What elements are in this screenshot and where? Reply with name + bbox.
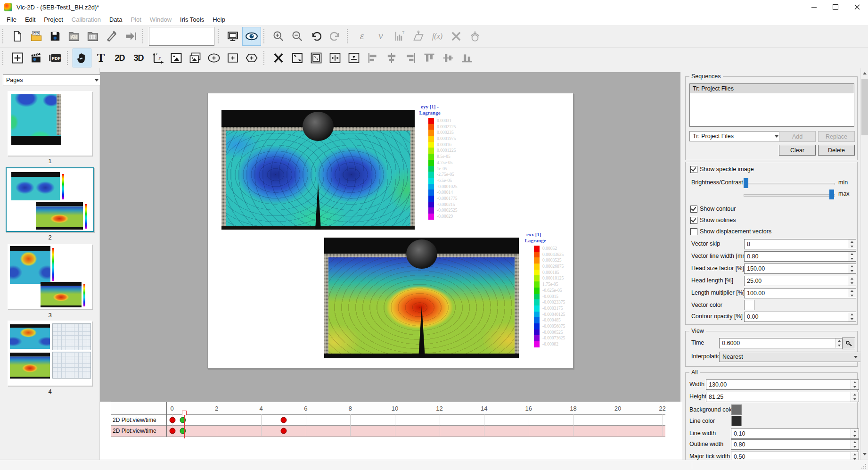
align-left-button[interactable] [363,49,382,67]
keyframe-red[interactable] [281,428,287,434]
axes-tool-button[interactable]: xy [148,49,167,67]
brightness-max-slider[interactable] [744,194,835,197]
spinner-buttons[interactable] [851,429,859,438]
plot-3d-button[interactable]: 3D [129,49,148,67]
zoom-out-button[interactable] [288,27,307,46]
time-input[interactable]: 0.6000 [719,338,843,348]
toolbar-grip[interactable] [263,51,266,65]
scroll-down-arrow[interactable] [861,450,868,458]
align-middle-button[interactable] [439,49,458,67]
pan-tool-button[interactable] [73,49,91,67]
toolbar-grip[interactable] [347,29,349,43]
open-grid-images-button[interactable] [83,27,102,46]
vector-line-width-input[interactable]: 0.80 [744,251,856,262]
undo-button[interactable] [307,27,326,46]
page-thumbnail-1[interactable] [8,91,92,156]
vector-skip-input[interactable]: 8 [744,239,856,249]
contour-plot-eyy[interactable] [221,110,415,230]
time-cursor-handle[interactable] [182,411,187,415]
scroll-up-arrow[interactable] [861,69,868,77]
polygon-roi-button[interactable] [242,49,261,67]
viewport-combobox[interactable] [149,27,214,46]
line-width-input[interactable]: 0.10 [731,429,859,439]
animation-button[interactable] [27,49,46,67]
expand-to-page-button[interactable] [288,49,307,67]
delete-item-button[interactable] [269,49,288,67]
keyframe-red[interactable] [170,417,176,423]
brightness-min-handle[interactable] [744,178,748,188]
page-thumbnail-3[interactable] [8,244,92,309]
spinner-buttons[interactable] [851,440,859,449]
panel-scrollbar[interactable] [860,68,868,460]
sequences-listbox[interactable]: Tr: Project Files [689,83,854,127]
menu-edit[interactable]: Edit [21,15,40,25]
calibrate-button[interactable] [102,27,121,46]
toolbar-grip[interactable] [218,29,220,43]
keyframe-green[interactable] [180,417,186,423]
spinner-buttons[interactable] [851,392,859,402]
align-right-button[interactable] [401,49,420,67]
contour-opacity-input[interactable]: 0.00 [744,312,856,322]
timeline-row-1[interactable] [111,414,665,426]
close-button[interactable] [846,0,868,14]
timeline[interactable]: 0 2 4 6 8 10 12 14 16 18 20 22 2D Plo [111,402,665,437]
insert-image-stack-button[interactable] [186,49,205,67]
menu-project[interactable]: Project [40,15,67,25]
open-speckle-images-button[interactable] [65,27,83,46]
save-project-button[interactable] [46,27,65,46]
clear-button[interactable]: Clear [779,145,816,156]
menu-data[interactable]: Data [105,15,126,25]
fullscreen-button[interactable] [223,27,242,46]
time-key-button[interactable] [842,338,855,349]
time-cursor[interactable] [184,415,185,438]
delete-button[interactable]: Delete [818,145,855,156]
toolbar-grip[interactable] [263,29,266,43]
interpolation-combobox[interactable]: Nearest [719,352,860,362]
add-page-button[interactable] [8,49,27,67]
spinner-buttons[interactable] [848,312,856,322]
length-multiplier-input[interactable]: 100.00 [744,288,856,298]
center-horizontal-button[interactable] [326,49,344,67]
menu-help[interactable]: Help [208,15,229,25]
spinner-buttons[interactable] [848,264,856,273]
plot-2d-button[interactable]: 2D [110,49,129,67]
minimize-button[interactable] [803,0,825,14]
show-isolines-checkbox[interactable] [690,217,697,224]
outline-width-input[interactable]: 0.80 [731,439,859,450]
brightness-min-slider[interactable] [744,183,835,185]
head-size-factor-input[interactable]: 150.00 [744,264,856,274]
toolbar-grip[interactable] [2,51,5,65]
timeline-row-2[interactable] [111,425,665,437]
rect-roi-button[interactable] [223,49,242,67]
page-thumbnail-4[interactable] [8,321,92,386]
width-input[interactable]: 130.00 [706,379,859,390]
keyframe-red[interactable] [170,428,176,434]
spinner-buttons[interactable] [848,239,856,249]
menu-iris-tools[interactable]: Iris Tools [176,15,208,25]
contour-plot-exx[interactable] [324,238,519,358]
zoom-in-button[interactable] [269,27,288,46]
resize-grip-icon[interactable] [860,463,867,469]
show-vectors-checkbox[interactable] [690,228,697,235]
pdf-export-button[interactable]: PDF [46,49,65,67]
menu-file[interactable]: File [2,15,21,25]
height-input[interactable]: 81.25 [706,392,859,402]
major-tick-width-input[interactable]: 0.50 [731,452,859,460]
sequence-list-item[interactable]: Tr: Project Files [690,84,854,93]
ellipse-roi-button[interactable] [205,49,223,67]
insert-image-button[interactable] [167,49,186,67]
fit-to-page-button[interactable] [307,49,326,67]
head-length-input[interactable]: 25.00 [744,276,856,286]
vector-color-swatch[interactable] [744,300,754,310]
keyframe-green[interactable] [180,428,186,434]
spinner-buttons[interactable] [848,276,856,286]
align-bottom-button[interactable] [458,49,476,67]
toolbar-grip[interactable] [142,29,145,43]
report-page[interactable]: eyy [1] - Lagrange 0.000310.0002725 [207,93,573,369]
toolbar-grip[interactable] [67,51,69,65]
spinner-buttons[interactable] [848,289,856,298]
show-speckle-checkbox[interactable] [690,166,697,173]
spinner-buttons[interactable] [848,252,856,261]
background-color-swatch[interactable] [731,404,742,415]
show-contour-checkbox[interactable] [690,206,697,213]
